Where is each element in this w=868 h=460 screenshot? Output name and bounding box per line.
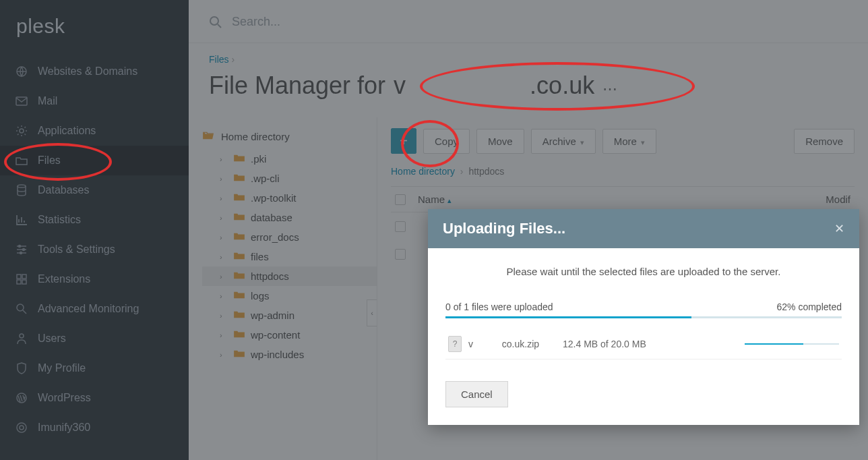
overall-progress	[445, 316, 842, 318]
upload-file-row: ? v co.uk.zip 12.4 MB of 20.0 MB	[445, 329, 842, 360]
file-icon: ?	[448, 336, 462, 352]
close-icon[interactable]: ✕	[834, 221, 844, 236]
file-size: 12.4 MB of 20.0 MB	[563, 339, 698, 349]
modal-title: Uploading Files...	[443, 220, 565, 237]
file-name-left: v co.uk.zip	[468, 339, 556, 349]
modal-header: Uploading Files... ✕	[428, 209, 859, 248]
cancel-button[interactable]: Cancel	[445, 381, 508, 407]
upload-modal: Uploading Files... ✕ Please wait until t…	[428, 209, 859, 425]
file-progress	[745, 343, 839, 345]
upload-count: 0 of 1 files were uploaded	[445, 301, 553, 312]
upload-percent: 62% completed	[776, 301, 842, 312]
modal-message: Please wait until the selected files are…	[445, 266, 842, 277]
